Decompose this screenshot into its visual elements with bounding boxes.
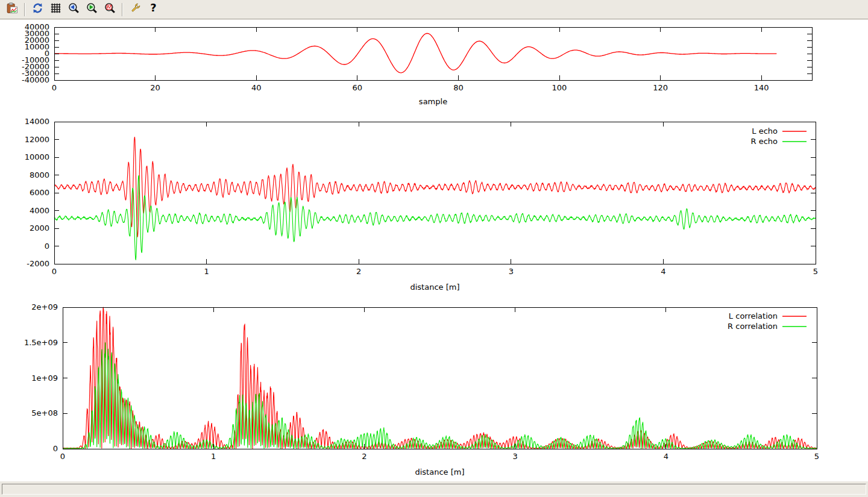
legend-label: L echo (752, 127, 778, 136)
zoom-previous-icon (68, 2, 80, 16)
x-axis-label: sample (419, 97, 447, 106)
wrench-icon (130, 2, 141, 16)
plot-border (54, 122, 816, 264)
x-axis-label: distance [m] (410, 283, 459, 292)
x-tick-label: 60 (353, 83, 363, 92)
chart-2[interactable]: 01234505e+081e+091.5e+092e+09distance [m… (24, 302, 819, 477)
autoscale-button[interactable] (102, 2, 118, 17)
legend-label: R echo (750, 137, 778, 146)
y-tick-label: 8000 (30, 170, 49, 180)
clipboard-icon (7, 2, 18, 16)
y-tick-label: 5e+08 (31, 408, 58, 417)
plot-canvas[interactable]: 020406080100120140-40000-30000-20000-100… (0, 20, 868, 481)
x-tick-label: 5 (814, 452, 819, 461)
x-tick-label: 1 (211, 452, 216, 461)
legend-label: R correlation (728, 322, 778, 331)
y-tick-label: 1.5e+09 (24, 338, 58, 347)
series-r-correlation (63, 343, 817, 449)
status-bar (0, 481, 868, 497)
y-tick-label: 14000 (25, 117, 49, 126)
grid-icon (50, 2, 61, 16)
x-tick-label: 140 (754, 83, 769, 92)
x-tick-label: 4 (661, 267, 665, 276)
toolbar-separator (24, 3, 25, 16)
series-l-correlation (63, 307, 817, 449)
x-tick-label: 5 (813, 267, 818, 276)
x-tick-label: 1 (204, 267, 209, 276)
x-tick-label: 2 (362, 452, 366, 461)
copy-to-clipboard-button[interactable] (4, 2, 20, 17)
x-tick-label: 4 (664, 452, 668, 461)
replot-button[interactable] (30, 2, 45, 17)
y-tick-label: 10000 (25, 152, 49, 161)
toggle-grid-button[interactable] (48, 2, 63, 17)
x-tick-label: 0 (60, 452, 65, 461)
svg-text:?: ? (150, 2, 156, 14)
x-tick-label: 0 (52, 83, 57, 92)
toolbar-separator (122, 3, 123, 16)
x-tick-label: 0 (52, 267, 57, 276)
plot-border (63, 307, 817, 449)
y-tick-label: 12000 (25, 135, 49, 144)
plots-svg[interactable]: 020406080100120140-40000-30000-20000-100… (0, 20, 868, 481)
autoscale-icon (104, 2, 116, 16)
chart-1[interactable]: 012345-200002000400060008000100001200014… (25, 117, 819, 292)
zoom-next-button[interactable] (84, 2, 99, 17)
configure-button[interactable] (127, 2, 143, 17)
y-tick-label: 4000 (30, 206, 49, 215)
y-tick-label: 2e+09 (31, 302, 58, 311)
toolbar: ? (0, 0, 868, 19)
status-field (2, 484, 866, 495)
x-tick-label: 120 (653, 83, 668, 92)
y-tick-label: 0 (45, 242, 49, 251)
x-axis-label: distance [m] (415, 467, 464, 477)
legend-label: L correlation (729, 311, 778, 320)
help-button[interactable]: ? (145, 2, 161, 17)
series-pulse (54, 33, 776, 72)
y-tick-label: 1e+09 (31, 374, 58, 383)
x-tick-label: 80 (453, 83, 464, 92)
zoom-previous-button[interactable] (66, 2, 81, 17)
help-icon: ? (148, 2, 159, 16)
y-tick-label: -2000 (27, 259, 49, 268)
x-tick-label: 100 (552, 83, 567, 92)
y-tick-label: 0 (53, 444, 58, 453)
x-tick-label: 40 (251, 83, 262, 92)
x-tick-label: 3 (509, 267, 514, 276)
x-tick-label: 3 (512, 452, 517, 461)
zoom-next-icon (86, 2, 98, 16)
y-tick-label: 2000 (30, 223, 49, 233)
y-tick-label: 40000 (25, 22, 49, 31)
x-tick-label: 20 (150, 83, 160, 92)
refresh-icon (32, 2, 43, 16)
chart-0[interactable]: 020406080100120140-40000-30000-20000-100… (22, 22, 812, 106)
x-tick-label: 2 (356, 267, 361, 276)
y-tick-label: 6000 (30, 188, 49, 197)
